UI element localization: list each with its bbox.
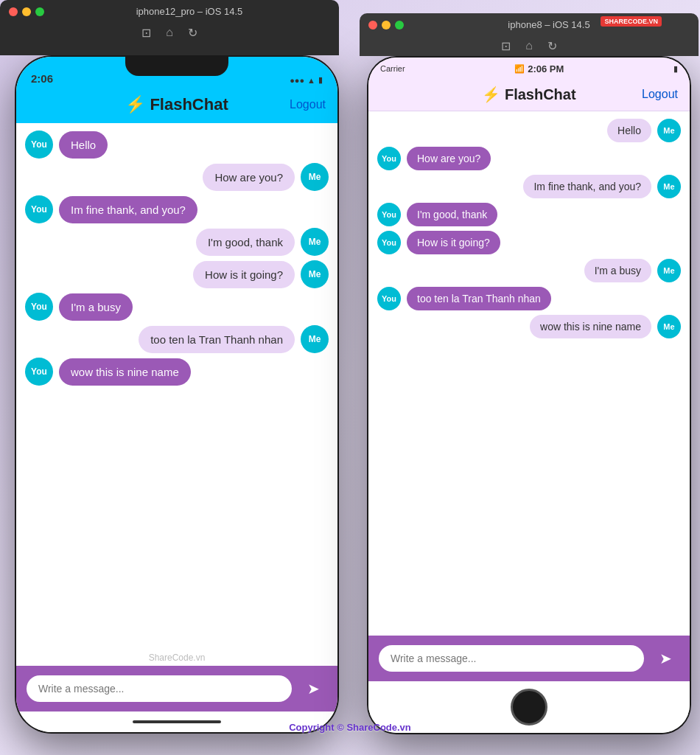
right-app-header: ⚡ FlashChat Logout: [368, 80, 690, 111]
right-time: 2:06 PM: [528, 63, 564, 74]
table-row: You How are you?: [377, 147, 681, 170]
left-window-title: iphone12_pro – iOS 14.5: [49, 6, 330, 17]
right-phone: Carrier 📶 2:06 PM ▮ ⚡ FlashChat Logout M…: [367, 56, 691, 734]
wifi-icon: ●●●: [290, 76, 304, 85]
avatar: You: [377, 147, 401, 170]
message-bubble: Im fine thank, and you?: [523, 175, 651, 198]
signal-icon: ▲: [307, 76, 315, 85]
mac-titlebar-right: iphone8 – iOS 14.5 SHARECODE.VN ⊡ ⌂ ↻: [360, 13, 699, 56]
minimize-dot-right[interactable]: [382, 21, 391, 29]
minimize-dot[interactable]: [22, 7, 31, 16]
message-bubble: How is it going?: [193, 261, 295, 288]
table-row: You Im fine thank, and you?: [25, 195, 329, 223]
avatar: Me: [301, 228, 329, 256]
right-screen: Carrier 📶 2:06 PM ▮ ⚡ FlashChat Logout M…: [368, 58, 690, 733]
right-home-btn-area: [368, 681, 690, 733]
avatar: You: [377, 231, 401, 254]
table-row: Me I'm good, thank: [25, 228, 329, 256]
message-bubble: Im fine thank, and you?: [59, 196, 197, 223]
avatar: You: [377, 287, 401, 310]
table-row: You too ten la Tran Thanh nhan: [377, 287, 681, 310]
avatar: You: [377, 203, 401, 226]
table-row: You wow this is nine name: [25, 358, 329, 386]
left-message-input[interactable]: [27, 675, 292, 702]
table-row: Me Im fine thank, and you?: [377, 175, 681, 198]
left-app-title: ⚡ FlashChat: [125, 95, 228, 114]
table-row: Me I'm a busy: [377, 259, 681, 282]
avatar: Me: [657, 119, 681, 142]
left-time: 2:06: [31, 72, 53, 85]
message-bubble: How is it going?: [407, 231, 500, 254]
message-bubble: too ten la Tran Thanh nhan: [407, 287, 551, 310]
left-logout-button[interactable]: Logout: [290, 98, 326, 111]
right-status-center: 📶 2:06 PM: [514, 63, 564, 74]
maximize-dot[interactable]: [35, 7, 44, 16]
avatar: Me: [301, 163, 329, 191]
message-bubble: How are you?: [407, 147, 491, 170]
battery-icon: ▮: [318, 75, 323, 85]
table-row: You I'm good, thank: [377, 203, 681, 226]
message-bubble: Hello: [607, 119, 651, 142]
avatar: You: [25, 131, 53, 159]
table-row: Me How are you?: [25, 163, 329, 191]
left-chat-area: You Hello Me How are you? You Im fine th…: [16, 123, 337, 650]
left-phone: 2:06 ●●● ▲ ▮ ⚡ FlashChat Logout You Hell…: [15, 55, 339, 734]
table-row: Me How is it going?: [25, 260, 329, 288]
avatar: Me: [657, 315, 681, 338]
avatar: You: [25, 358, 53, 386]
sharecode-badge: SHARECODE.VN: [601, 16, 662, 27]
watermark: ShareCode.vn: [16, 650, 337, 666]
message-bubble: wow this is nine name: [530, 315, 651, 338]
avatar: Me: [657, 259, 681, 282]
avatar: Me: [657, 175, 681, 198]
avatar: You: [25, 293, 53, 321]
left-status-icons: ●●● ▲ ▮: [290, 75, 323, 85]
rotate-icon[interactable]: ↻: [188, 26, 197, 40]
copyright-text: Copyright © ShareCode.vn: [289, 722, 411, 733]
message-bubble: I'm good, thank: [196, 229, 295, 256]
home-button[interactable]: [511, 689, 547, 726]
screenshot-icon[interactable]: ⊡: [141, 26, 151, 40]
right-input-area: ➤: [368, 636, 690, 681]
left-app-header: ⚡ FlashChat Logout: [16, 89, 337, 123]
table-row: You How is it going?: [377, 231, 681, 254]
message-bubble: too ten la Tran Thanh nhan: [139, 326, 295, 353]
screenshot-icon-right[interactable]: ⊡: [501, 39, 511, 53]
maximize-dot-right[interactable]: [395, 21, 404, 29]
avatar: Me: [301, 260, 329, 288]
mac-titlebar-left: iphone12_pro – iOS 14.5 ⊡ ⌂ ↻: [0, 0, 339, 55]
right-message-input[interactable]: [379, 645, 644, 672]
table-row: You I'm a busy: [25, 293, 329, 321]
right-app-title: ⚡ FlashChat: [482, 86, 575, 103]
left-send-button[interactable]: ➤: [299, 675, 327, 703]
avatar: You: [25, 195, 53, 223]
right-chat-area: Me Hello You How are you? Me Im fine tha…: [368, 111, 690, 636]
right-logout-button[interactable]: Logout: [642, 88, 678, 101]
right-status-bar: Carrier 📶 2:06 PM ▮: [368, 58, 690, 80]
home-icon[interactable]: ⌂: [166, 26, 173, 40]
battery-icon-right: ▮: [673, 64, 678, 74]
carrier-label: Carrier: [380, 64, 405, 73]
table-row: You Hello: [25, 131, 329, 159]
message-bubble: I'm a busy: [59, 293, 133, 321]
rotate-icon-right[interactable]: ↻: [547, 39, 557, 53]
close-dot[interactable]: [9, 7, 18, 16]
message-bubble: wow this is nine name: [59, 358, 191, 386]
wifi-icon-right: 📶: [514, 64, 525, 74]
table-row: Me too ten la Tran Thanh nhan: [25, 325, 329, 353]
home-indicator: [133, 720, 221, 723]
message-bubble: How are you?: [203, 164, 295, 191]
table-row: Me Hello: [377, 119, 681, 142]
table-row: Me wow this is nine name: [377, 315, 681, 338]
left-input-area: ➤: [16, 666, 337, 711]
right-send-button[interactable]: ➤: [651, 644, 679, 672]
message-bubble: I'm good, thank: [407, 203, 497, 226]
avatar: Me: [301, 325, 329, 353]
message-bubble: Hello: [59, 131, 108, 159]
left-screen: 2:06 ●●● ▲ ▮ ⚡ FlashChat Logout You Hell…: [16, 57, 337, 732]
close-dot-right[interactable]: [368, 21, 377, 29]
message-bubble: I'm a busy: [584, 259, 651, 282]
home-icon-right[interactable]: ⌂: [525, 39, 533, 53]
notch: [125, 57, 228, 76]
